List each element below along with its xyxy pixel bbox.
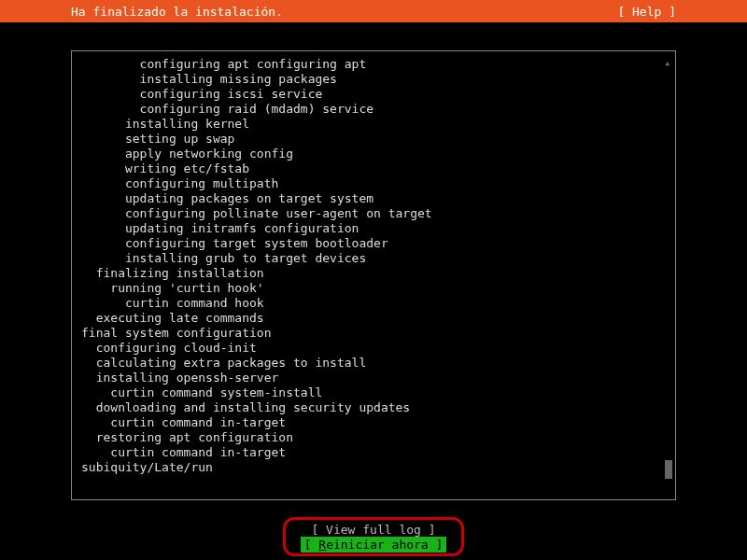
install-log-box: ▴ configuring apt configuring apt instal… [71, 50, 676, 500]
reboot-now-button[interactable]: [ Reiniciar ahora ] [301, 537, 447, 553]
view-full-log-button[interactable]: [ View full log ] [307, 522, 439, 538]
annotation-highlight: [ View full log ] [ Reiniciar ahora ] [283, 517, 465, 556]
scroll-up-arrow[interactable]: ▴ [664, 57, 670, 69]
help-button[interactable]: [ Help ] [617, 5, 728, 19]
page-title: Ha finalizado la instalación. [19, 5, 283, 19]
content-area: ▴ configuring apt configuring apt instal… [0, 22, 747, 510]
header-bar: Ha finalizado la instalación. [ Help ] [0, 0, 747, 22]
footer-buttons: [ View full log ] [ Reiniciar ahora ] [0, 517, 747, 556]
reboot-hotkey: R [318, 538, 326, 552]
scrollbar-thumb[interactable] [665, 460, 672, 479]
log-lines: configuring apt configuring apt installi… [81, 57, 666, 475]
